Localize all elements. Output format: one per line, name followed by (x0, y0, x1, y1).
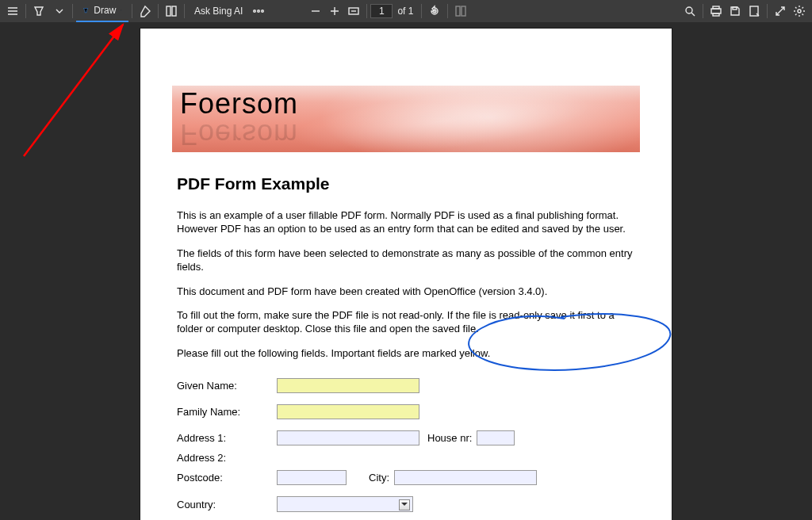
intro-paragraph-4: To fill out the form, make sure the PDF … (177, 309, 635, 336)
label-address2: Address 2: (177, 452, 277, 464)
separator (132, 4, 132, 18)
chevron-down-icon[interactable] (50, 0, 69, 22)
zoom-in-icon[interactable] (325, 0, 344, 22)
separator (703, 4, 703, 18)
label-city: City: (369, 472, 389, 484)
svg-point-4 (262, 10, 264, 13)
svg-point-3 (258, 10, 260, 13)
settings-icon[interactable] (790, 0, 809, 22)
row-country: Country: (177, 496, 635, 512)
svg-rect-6 (456, 6, 460, 16)
separator (184, 4, 185, 18)
zoom-out-icon[interactable] (306, 0, 325, 22)
row-postcode-city: Postcode: City: (177, 470, 635, 485)
svg-rect-0 (167, 6, 170, 16)
label-house-nr: House nr: (427, 432, 472, 444)
draw-button[interactable]: Draw (76, 0, 128, 22)
highlight-icon[interactable] (29, 0, 48, 22)
pdf-page: Foersom Foersom PDF Form Example This is… (140, 29, 672, 520)
print-icon[interactable] (707, 0, 726, 22)
svg-rect-1 (172, 6, 176, 16)
ask-bing-label[interactable]: Ask Bing AI (194, 6, 243, 17)
input-postcode[interactable] (277, 470, 347, 485)
contents-icon[interactable] (3, 0, 22, 22)
header-banner: Foersom Foersom (172, 86, 640, 152)
label-given-name: Given Name: (177, 380, 277, 392)
save-icon[interactable] (726, 0, 745, 22)
document-content: PDF Form Example This is an example of a… (140, 152, 672, 512)
separator (767, 4, 768, 18)
separator (447, 4, 448, 18)
page-view-icon[interactable] (451, 0, 470, 22)
label-family-name: Family Name: (177, 406, 277, 418)
separator (72, 4, 73, 18)
label-country: Country: (177, 499, 277, 510)
row-given-name: Given Name: (177, 378, 635, 393)
erase-icon[interactable] (136, 0, 155, 22)
label-address1: Address 1: (177, 432, 277, 444)
row-family-name: Family Name: (177, 404, 635, 419)
notes-icon[interactable] (745, 0, 764, 22)
input-family-name[interactable] (277, 404, 419, 419)
intro-paragraph-2: The fields of this form have been select… (177, 247, 635, 274)
pdf-viewer: Foersom Foersom PDF Form Example This is… (0, 22, 812, 520)
input-given-name[interactable] (277, 378, 419, 393)
page-number-input[interactable] (370, 4, 393, 18)
read-aloud-icon[interactable] (162, 0, 181, 22)
svg-rect-10 (711, 9, 721, 13)
label-postcode: Postcode: (177, 472, 277, 484)
row-address2: Address 2: (177, 452, 635, 464)
input-city[interactable] (394, 470, 537, 485)
page-of-label: of 1 (397, 6, 413, 17)
fullscreen-icon[interactable] (771, 0, 790, 22)
row-address1: Address 1: House nr: (177, 430, 635, 445)
page-title: PDF Form Example (177, 174, 635, 193)
separator (25, 4, 26, 18)
svg-point-14 (798, 10, 801, 13)
separator (158, 4, 159, 18)
pdf-toolbar: Draw Ask Bing AI of 1 (0, 0, 812, 22)
separator (366, 4, 367, 18)
search-icon[interactable] (680, 0, 699, 22)
draw-label: Draw (94, 5, 116, 16)
more-icon[interactable] (249, 0, 268, 22)
svg-rect-7 (462, 6, 465, 16)
brand-title: Foersom (180, 87, 298, 120)
svg-point-2 (254, 10, 256, 13)
intro-paragraph-1: This is an example of a user fillable PD… (177, 209, 635, 236)
intro-paragraph-5: Please fill out the following fields. Im… (177, 347, 635, 361)
svg-rect-12 (733, 7, 737, 10)
intro-paragraph-3: This document and PDF form have been cre… (177, 285, 635, 299)
fit-page-icon[interactable] (344, 0, 363, 22)
rotate-icon[interactable] (425, 0, 444, 22)
input-address1[interactable] (277, 430, 419, 445)
select-country[interactable] (277, 496, 413, 512)
svg-point-8 (686, 7, 692, 13)
svg-rect-11 (713, 13, 719, 16)
separator (421, 4, 422, 18)
input-house-nr[interactable] (477, 430, 515, 445)
